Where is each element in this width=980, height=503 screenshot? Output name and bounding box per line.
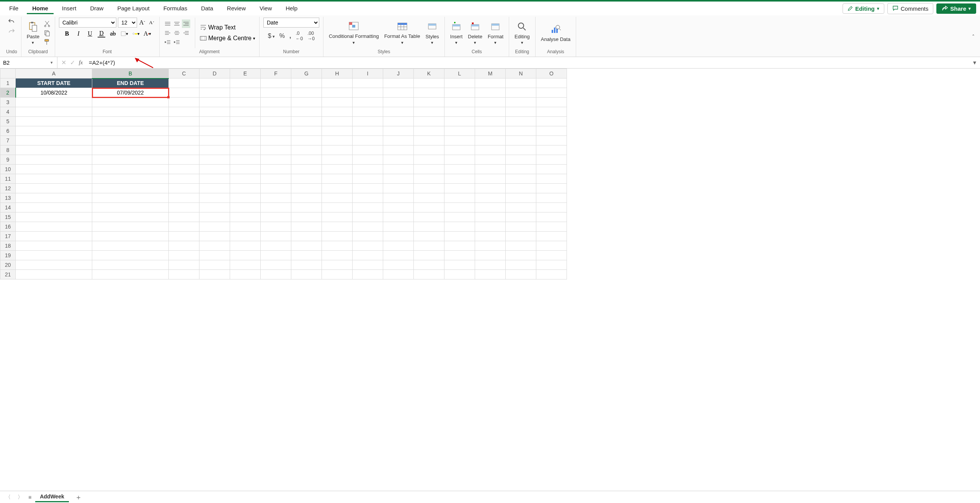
cell-K3[interactable] xyxy=(414,98,444,107)
decrease-decimal-button[interactable]: .00→0 xyxy=(307,31,315,41)
cell-N6[interactable] xyxy=(506,126,536,136)
cell-A12[interactable] xyxy=(16,184,92,193)
cell-B3[interactable] xyxy=(92,98,169,107)
cell-F16[interactable] xyxy=(261,222,291,232)
cell-C7[interactable] xyxy=(169,136,199,145)
cell-J12[interactable] xyxy=(383,184,414,193)
tab-view[interactable]: View xyxy=(254,3,277,14)
cell-F11[interactable] xyxy=(261,174,291,184)
cell-L8[interactable] xyxy=(444,145,475,155)
cell-G18[interactable] xyxy=(291,241,322,251)
sheet-nav-prev[interactable]: 〈 xyxy=(4,494,12,501)
cell-K6[interactable] xyxy=(414,126,444,136)
accept-formula-button[interactable]: ✓ xyxy=(70,59,75,66)
cell-I5[interactable] xyxy=(353,117,383,126)
cell-M1[interactable] xyxy=(475,78,506,88)
align-top-center[interactable] xyxy=(173,20,181,28)
cell-N18[interactable] xyxy=(506,241,536,251)
increase-indent[interactable] xyxy=(173,38,181,46)
insert-cells-button[interactable]: Insert▾ xyxy=(449,20,464,46)
cell-B18[interactable] xyxy=(92,241,169,251)
cell-M19[interactable] xyxy=(475,251,506,260)
row-header-19[interactable]: 19 xyxy=(0,251,16,260)
cell-I2[interactable] xyxy=(353,88,383,98)
cell-I4[interactable] xyxy=(353,107,383,117)
cell-H6[interactable] xyxy=(322,126,353,136)
conditional-formatting-button[interactable]: Conditional Formatting▾ xyxy=(327,20,381,46)
row-header-15[interactable]: 15 xyxy=(0,212,16,222)
strikethrough-button[interactable]: ab xyxy=(109,30,117,38)
cell-H16[interactable] xyxy=(322,222,353,232)
cell-F6[interactable] xyxy=(261,126,291,136)
cell-C11[interactable] xyxy=(169,174,199,184)
cell-J16[interactable] xyxy=(383,222,414,232)
cell-J21[interactable] xyxy=(383,270,414,279)
cell-N9[interactable] xyxy=(506,155,536,165)
cell-A4[interactable] xyxy=(16,107,92,117)
cell-C20[interactable] xyxy=(169,260,199,270)
cell-E12[interactable] xyxy=(230,184,261,193)
mode-editing-dropdown[interactable]: Editing ▾ xyxy=(843,3,884,14)
cell-C5[interactable] xyxy=(169,117,199,126)
cell-B15[interactable] xyxy=(92,212,169,222)
cell-H1[interactable] xyxy=(322,78,353,88)
column-header-B[interactable]: B xyxy=(92,69,169,78)
decrease-indent[interactable] xyxy=(163,38,172,46)
copy-button[interactable] xyxy=(43,29,51,37)
cell-F12[interactable] xyxy=(261,184,291,193)
cell-H12[interactable] xyxy=(322,184,353,193)
cell-G2[interactable] xyxy=(291,88,322,98)
cell-A3[interactable] xyxy=(16,98,92,107)
cell-L12[interactable] xyxy=(444,184,475,193)
cell-N21[interactable] xyxy=(506,270,536,279)
cell-E2[interactable] xyxy=(230,88,261,98)
cell-O2[interactable] xyxy=(536,88,567,98)
cell-M12[interactable] xyxy=(475,184,506,193)
paste-button[interactable]: Paste ▾ xyxy=(25,20,41,46)
cell-K1[interactable] xyxy=(414,78,444,88)
cell-B21[interactable] xyxy=(92,270,169,279)
align-mid-center[interactable] xyxy=(173,29,181,37)
cell-J18[interactable] xyxy=(383,241,414,251)
cell-F10[interactable] xyxy=(261,165,291,174)
cell-H21[interactable] xyxy=(322,270,353,279)
cut-button[interactable] xyxy=(43,20,51,28)
cell-N3[interactable] xyxy=(506,98,536,107)
cell-L17[interactable] xyxy=(444,232,475,241)
cell-G20[interactable] xyxy=(291,260,322,270)
cell-D15[interactable] xyxy=(199,212,230,222)
row-header-13[interactable]: 13 xyxy=(0,193,16,203)
cell-O17[interactable] xyxy=(536,232,567,241)
cell-D17[interactable] xyxy=(199,232,230,241)
cell-D4[interactable] xyxy=(199,107,230,117)
cell-A17[interactable] xyxy=(16,232,92,241)
cell-G10[interactable] xyxy=(291,165,322,174)
cell-G5[interactable] xyxy=(291,117,322,126)
cell-O19[interactable] xyxy=(536,251,567,260)
column-header-K[interactable]: K xyxy=(414,69,444,78)
cell-L7[interactable] xyxy=(444,136,475,145)
tab-data[interactable]: Data xyxy=(196,3,219,14)
grow-font-button[interactable]: A˄ xyxy=(139,19,146,26)
sheet-tab-active[interactable]: AddWeek xyxy=(35,492,69,502)
cell-F17[interactable] xyxy=(261,232,291,241)
format-as-table-button[interactable]: Format As Table▾ xyxy=(383,20,422,46)
cell-E11[interactable] xyxy=(230,174,261,184)
cell-H17[interactable] xyxy=(322,232,353,241)
cell-H2[interactable] xyxy=(322,88,353,98)
cell-B10[interactable] xyxy=(92,165,169,174)
cell-M15[interactable] xyxy=(475,212,506,222)
cell-N15[interactable] xyxy=(506,212,536,222)
cell-G9[interactable] xyxy=(291,155,322,165)
double-underline-button[interactable]: D xyxy=(98,30,105,38)
cell-L10[interactable] xyxy=(444,165,475,174)
cell-O5[interactable] xyxy=(536,117,567,126)
cell-D12[interactable] xyxy=(199,184,230,193)
cell-L11[interactable] xyxy=(444,174,475,184)
column-header-C[interactable]: C xyxy=(169,69,199,78)
cell-F15[interactable] xyxy=(261,212,291,222)
cell-C2[interactable] xyxy=(169,88,199,98)
delete-cells-button[interactable]: Delete▾ xyxy=(466,20,484,46)
cell-I10[interactable] xyxy=(353,165,383,174)
cell-B5[interactable] xyxy=(92,117,169,126)
